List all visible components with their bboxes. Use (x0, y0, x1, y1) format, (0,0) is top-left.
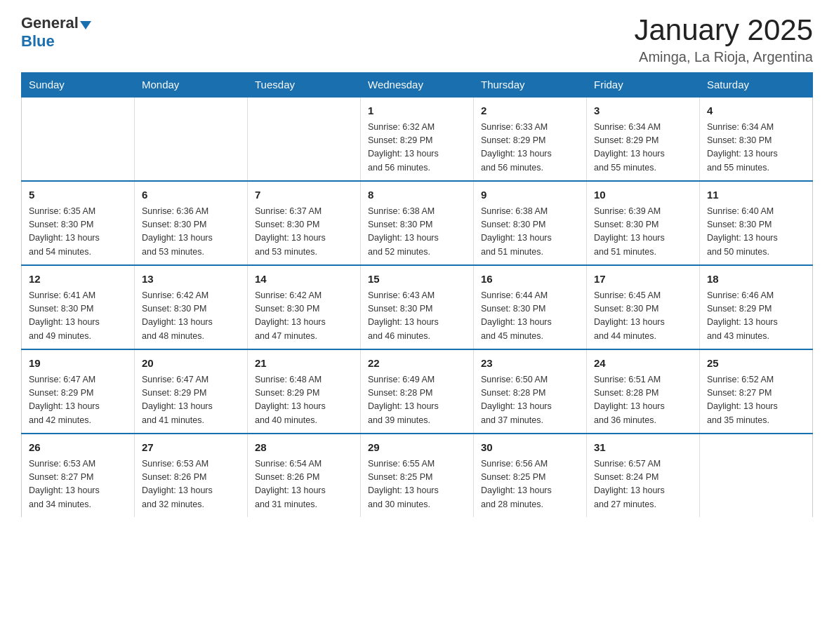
day-info: Sunrise: 6:43 AMSunset: 8:30 PMDaylight:… (368, 289, 466, 344)
day-info: Sunrise: 6:34 AMSunset: 8:29 PMDaylight:… (594, 121, 692, 175)
day-info: Sunrise: 6:47 AMSunset: 8:29 PMDaylight:… (142, 373, 240, 428)
day-info: Sunrise: 6:41 AMSunset: 8:30 PMDaylight:… (29, 289, 127, 344)
day-number: 23 (481, 356, 579, 372)
calendar-cell: 20Sunrise: 6:47 AMSunset: 8:29 PMDayligh… (135, 349, 248, 434)
calendar-cell: 23Sunrise: 6:50 AMSunset: 8:28 PMDayligh… (474, 349, 587, 434)
logo: General Blue (21, 14, 91, 51)
calendar-cell: 27Sunrise: 6:53 AMSunset: 8:26 PMDayligh… (135, 434, 248, 517)
calendar-week-row: 19Sunrise: 6:47 AMSunset: 8:29 PMDayligh… (22, 349, 813, 434)
day-number: 24 (594, 356, 692, 372)
day-info: Sunrise: 6:36 AMSunset: 8:30 PMDaylight:… (142, 205, 240, 260)
day-info: Sunrise: 6:33 AMSunset: 8:29 PMDaylight:… (481, 121, 579, 175)
calendar-header-row: SundayMondayTuesdayWednesdayThursdayFrid… (22, 73, 813, 98)
day-number: 14 (255, 271, 353, 288)
day-number: 28 (255, 440, 353, 456)
logo-arrow-icon (80, 21, 91, 29)
column-header-tuesday: Tuesday (248, 73, 361, 98)
calendar-cell: 28Sunrise: 6:54 AMSunset: 8:26 PMDayligh… (248, 434, 361, 517)
column-header-sunday: Sunday (22, 73, 135, 98)
calendar-week-row: 5Sunrise: 6:35 AMSunset: 8:30 PMDaylight… (22, 181, 813, 265)
day-number: 12 (29, 271, 127, 288)
column-header-friday: Friday (587, 73, 700, 98)
day-number: 16 (481, 271, 579, 288)
calendar-cell: 6Sunrise: 6:36 AMSunset: 8:30 PMDaylight… (135, 181, 248, 265)
day-info: Sunrise: 6:46 AMSunset: 8:29 PMDaylight:… (707, 289, 805, 344)
day-info: Sunrise: 6:53 AMSunset: 8:26 PMDaylight:… (142, 457, 240, 512)
day-info: Sunrise: 6:48 AMSunset: 8:29 PMDaylight:… (255, 373, 353, 428)
calendar-cell: 16Sunrise: 6:44 AMSunset: 8:30 PMDayligh… (474, 265, 587, 349)
calendar-cell (135, 97, 248, 181)
calendar-week-row: 12Sunrise: 6:41 AMSunset: 8:30 PMDayligh… (22, 265, 813, 349)
column-header-saturday: Saturday (700, 73, 813, 98)
day-info: Sunrise: 6:37 AMSunset: 8:30 PMDaylight:… (255, 205, 353, 260)
calendar-cell: 31Sunrise: 6:57 AMSunset: 8:24 PMDayligh… (587, 434, 700, 517)
day-info: Sunrise: 6:38 AMSunset: 8:30 PMDaylight:… (481, 205, 579, 260)
day-number: 18 (707, 271, 805, 288)
day-number: 25 (707, 356, 805, 372)
calendar-cell: 5Sunrise: 6:35 AMSunset: 8:30 PMDaylight… (22, 181, 135, 265)
calendar-cell: 15Sunrise: 6:43 AMSunset: 8:30 PMDayligh… (361, 265, 474, 349)
calendar-cell: 1Sunrise: 6:32 AMSunset: 8:29 PMDaylight… (361, 97, 474, 181)
day-info: Sunrise: 6:35 AMSunset: 8:30 PMDaylight:… (29, 205, 127, 260)
day-number: 27 (142, 440, 240, 456)
calendar-cell: 24Sunrise: 6:51 AMSunset: 8:28 PMDayligh… (587, 349, 700, 434)
calendar-cell: 29Sunrise: 6:55 AMSunset: 8:25 PMDayligh… (361, 434, 474, 517)
day-number: 22 (368, 356, 466, 372)
day-info: Sunrise: 6:45 AMSunset: 8:30 PMDaylight:… (594, 289, 692, 344)
calendar-cell (700, 434, 813, 517)
subtitle: Aminga, La Rioja, Argentina (634, 49, 813, 65)
day-number: 1 (368, 103, 466, 119)
page-header: General Blue January 2025 Aminga, La Rio… (21, 14, 813, 65)
day-info: Sunrise: 6:32 AMSunset: 8:29 PMDaylight:… (368, 121, 466, 175)
calendar-cell: 4Sunrise: 6:34 AMSunset: 8:30 PMDaylight… (700, 97, 813, 181)
day-info: Sunrise: 6:38 AMSunset: 8:30 PMDaylight:… (368, 205, 466, 260)
day-info: Sunrise: 6:53 AMSunset: 8:27 PMDaylight:… (29, 457, 127, 512)
day-number: 21 (255, 356, 353, 372)
calendar-cell: 14Sunrise: 6:42 AMSunset: 8:30 PMDayligh… (248, 265, 361, 349)
day-info: Sunrise: 6:55 AMSunset: 8:25 PMDaylight:… (368, 457, 466, 512)
day-number: 13 (142, 271, 240, 288)
calendar-cell: 7Sunrise: 6:37 AMSunset: 8:30 PMDaylight… (248, 181, 361, 265)
calendar-cell: 11Sunrise: 6:40 AMSunset: 8:30 PMDayligh… (700, 181, 813, 265)
day-info: Sunrise: 6:49 AMSunset: 8:28 PMDaylight:… (368, 373, 466, 428)
day-number: 17 (594, 271, 692, 288)
day-number: 6 (142, 187, 240, 203)
day-number: 20 (142, 356, 240, 372)
main-title: January 2025 (634, 14, 813, 46)
calendar-cell: 26Sunrise: 6:53 AMSunset: 8:27 PMDayligh… (22, 434, 135, 517)
day-number: 8 (368, 187, 466, 203)
day-info: Sunrise: 6:50 AMSunset: 8:28 PMDaylight:… (481, 373, 579, 428)
calendar-cell: 18Sunrise: 6:46 AMSunset: 8:29 PMDayligh… (700, 265, 813, 349)
day-info: Sunrise: 6:42 AMSunset: 8:30 PMDaylight:… (142, 289, 240, 344)
day-number: 15 (368, 271, 466, 288)
logo-text-blue: Blue (21, 32, 55, 50)
column-header-monday: Monday (135, 73, 248, 98)
day-info: Sunrise: 6:47 AMSunset: 8:29 PMDaylight:… (29, 373, 127, 428)
calendar-cell: 19Sunrise: 6:47 AMSunset: 8:29 PMDayligh… (22, 349, 135, 434)
day-number: 7 (255, 187, 353, 203)
day-number: 3 (594, 103, 692, 119)
day-number: 2 (481, 103, 579, 119)
day-number: 31 (594, 440, 692, 456)
column-header-wednesday: Wednesday (361, 73, 474, 98)
calendar-cell: 2Sunrise: 6:33 AMSunset: 8:29 PMDaylight… (474, 97, 587, 181)
day-info: Sunrise: 6:51 AMSunset: 8:28 PMDaylight:… (594, 373, 692, 428)
calendar-cell: 3Sunrise: 6:34 AMSunset: 8:29 PMDaylight… (587, 97, 700, 181)
day-number: 5 (29, 187, 127, 203)
logo-text-general: General (21, 14, 79, 32)
calendar-cell: 13Sunrise: 6:42 AMSunset: 8:30 PMDayligh… (135, 265, 248, 349)
day-number: 26 (29, 440, 127, 456)
day-number: 30 (481, 440, 579, 456)
day-info: Sunrise: 6:44 AMSunset: 8:30 PMDaylight:… (481, 289, 579, 344)
calendar-cell: 22Sunrise: 6:49 AMSunset: 8:28 PMDayligh… (361, 349, 474, 434)
day-number: 4 (707, 103, 805, 119)
calendar-week-row: 1Sunrise: 6:32 AMSunset: 8:29 PMDaylight… (22, 97, 813, 181)
day-info: Sunrise: 6:39 AMSunset: 8:30 PMDaylight:… (594, 205, 692, 260)
calendar-cell: 9Sunrise: 6:38 AMSunset: 8:30 PMDaylight… (474, 181, 587, 265)
calendar-cell: 8Sunrise: 6:38 AMSunset: 8:30 PMDaylight… (361, 181, 474, 265)
column-header-thursday: Thursday (474, 73, 587, 98)
calendar-cell: 30Sunrise: 6:56 AMSunset: 8:25 PMDayligh… (474, 434, 587, 517)
calendar-cell: 25Sunrise: 6:52 AMSunset: 8:27 PMDayligh… (700, 349, 813, 434)
calendar-cell: 12Sunrise: 6:41 AMSunset: 8:30 PMDayligh… (22, 265, 135, 349)
day-info: Sunrise: 6:56 AMSunset: 8:25 PMDaylight:… (481, 457, 579, 512)
